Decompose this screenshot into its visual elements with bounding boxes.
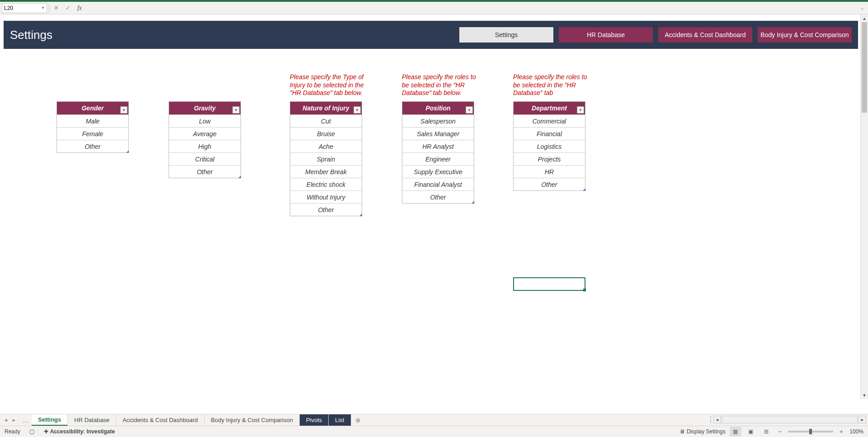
table-row[interactable]: Female [57,127,128,140]
table-row[interactable]: Other [57,140,128,152]
page-nav-tabs: Settings HR Database Accidents & Cost Da… [459,27,852,43]
sheet-tab-list[interactable]: List [329,414,351,426]
nav-tab-settings[interactable]: Settings [459,27,553,43]
expand-formula-bar-button[interactable]: ⌄ [858,3,866,13]
filter-icon[interactable]: ▼ [577,106,584,114]
chevron-down-icon[interactable]: ▼ [41,6,45,10]
sheet-tab-accidents-dashboard[interactable]: Accidents & Cost Dashboard [116,414,204,426]
table-row[interactable]: Logistics [514,140,585,152]
table-row[interactable]: Sales Manager [402,127,474,140]
table-row[interactable]: Bruise [290,127,362,140]
table-row[interactable]: High [169,140,241,152]
tab-next-button[interactable]: ► [11,416,17,424]
table-row[interactable]: Sprain [290,152,362,165]
table-row[interactable]: Financial [514,127,585,140]
table-row[interactable]: Other [290,203,362,216]
filter-icon[interactable]: ▼ [232,106,240,114]
column-gender: Gender ▼ Male Female Other [57,101,129,153]
macro-record-icon[interactable]: ▢ [28,428,36,435]
insert-function-button[interactable]: fx [75,3,85,13]
tabs-split-handle[interactable]: ⋮ [709,416,712,423]
filter-icon[interactable]: ▼ [354,106,361,114]
status-left: Ready ▢ ✚ Accessibility: Investigate [5,428,115,435]
table-row[interactable]: Salesperson [402,114,474,127]
table-row[interactable]: Other [514,178,585,190]
accessibility-icon: ✚ [44,428,48,435]
filter-icon[interactable]: ▼ [120,106,127,114]
table-resize-handle[interactable] [238,176,241,178]
table-row[interactable]: Without Injury [290,190,362,203]
hscroll-track[interactable] [722,416,858,423]
enter-formula-button[interactable]: ✓ [63,3,73,13]
name-box[interactable]: L20 ▼ [2,3,47,13]
table-resize-handle[interactable] [359,214,362,216]
table-row[interactable]: Ache [290,140,362,152]
table-row[interactable]: Other [402,190,474,203]
status-right: 🖥 Display Settings ▦ ▣ ⊞ − + 100% [679,427,863,436]
table-row[interactable]: Low [169,114,241,127]
table-row[interactable]: Critical [169,152,241,165]
filter-icon[interactable]: ▼ [466,106,473,114]
table-position: Position ▼ Salesperson Sales Manager HR … [402,101,474,204]
zoom-percent[interactable]: 100% [849,428,863,435]
zoom-in-button[interactable]: + [838,428,845,435]
zoom-out-button[interactable]: − [776,428,783,435]
normal-view-button[interactable]: ▦ [730,427,741,436]
column-position: Please specify the roles to be selected … [402,101,474,204]
name-box-value: L20 [4,5,13,11]
scroll-up-button[interactable]: ▲ [861,14,868,22]
table-row[interactable]: Supply Executive [402,165,474,178]
table-resize-handle[interactable] [126,150,129,153]
tab-prev-button[interactable]: ◄ [3,416,9,424]
hint-nature: Please specify the Type of Injury to be … [290,73,367,97]
zoom-handle[interactable] [809,429,812,434]
nav-tab-accidents-dashboard[interactable]: Accidents & Cost Dashboard [658,27,752,43]
table-row[interactable]: HR [514,165,585,178]
nav-tab-body-injury[interactable]: Body Injury & Cost Comparison [758,27,852,43]
table-resize-handle[interactable] [472,201,474,204]
table-row[interactable]: Other [169,165,241,178]
sheet-tab-pivots[interactable]: Pivots [300,414,329,426]
table-row[interactable]: Average [169,127,241,140]
sheet-tab-hr-database[interactable]: HR Database [68,414,116,426]
hscroll-right-button[interactable]: ► [859,416,866,423]
table-row[interactable]: Member Break [290,165,362,178]
scroll-down-button[interactable]: ▼ [861,391,868,399]
table-row[interactable]: Engineer [402,152,474,165]
divider [49,4,49,12]
table-row[interactable]: Commercial [514,114,585,127]
formula-input[interactable] [86,3,856,13]
accessibility-button[interactable]: ✚ Accessibility: Investigate [44,428,115,435]
table-row[interactable]: Projects [514,152,585,165]
tab-overflow-button[interactable]: … [20,414,32,426]
table-row[interactable]: Financial Analyst [402,178,474,190]
table-row[interactable]: Cut [290,114,362,127]
zoom-slider[interactable] [788,431,833,432]
table-department: Department ▼ Commercial Financial Logist… [513,101,585,191]
vertical-scrollbar[interactable]: ▲ ▼ [860,14,868,399]
tab-nav-controls: ◄ ► [0,414,20,426]
display-settings-button[interactable]: 🖥 Display Settings [679,428,726,435]
table-gender: Gender ▼ Male Female Other [57,101,129,153]
sheet-tabs-bar: ◄ ► … Settings HR Database Accidents & C… [0,414,868,426]
nav-tab-hr-database[interactable]: HR Database [559,27,653,43]
new-sheet-button[interactable]: ⊕ [351,414,365,426]
page-break-view-button[interactable]: ⊞ [761,427,772,436]
cancel-formula-button[interactable]: ✕ [51,3,61,13]
sheet-tab-settings[interactable]: Settings [32,414,68,426]
table-resize-handle[interactable] [583,188,585,191]
column-gravity: Gravity ▼ Low Average High Critical Othe… [169,101,241,178]
table-row[interactable]: Male [57,114,128,127]
scroll-thumb[interactable] [862,22,867,113]
hscroll-left-button[interactable]: ◄ [713,416,721,423]
selected-cell[interactable] [513,277,585,291]
hint-position: Please specify the roles to be selected … [402,73,479,97]
worksheet-area[interactable]: Settings Settings HR Database Accidents … [0,14,868,399]
page-layout-view-button[interactable]: ▣ [745,427,756,436]
sheet-tab-body-injury[interactable]: Body Injury & Cost Comparison [205,414,300,426]
table-row[interactable]: HR Analyst [402,140,474,152]
hint-department: Please specify the roles to be selected … [513,73,590,97]
table-row[interactable]: Electric shock [290,178,362,190]
display-icon: 🖥 [679,428,685,435]
table-nature: Nature of Injury ▼ Cut Bruise Ache Sprai… [290,101,362,216]
